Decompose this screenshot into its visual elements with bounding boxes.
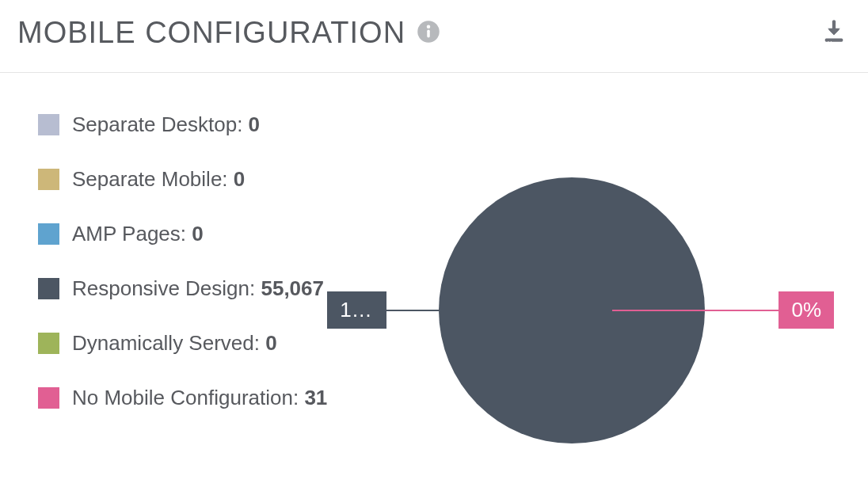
page-title: MOBILE CONFIGURATION [17, 16, 405, 50]
callout-leader [612, 310, 779, 311]
content: Separate Desktop: 0 Separate Mobile: 0 A… [0, 73, 868, 410]
legend: Separate Desktop: 0 Separate Mobile: 0 A… [0, 105, 327, 410]
legend-item-dynamically-served[interactable]: Dynamically Served: 0 [38, 331, 327, 356]
svg-point-2 [427, 25, 431, 29]
legend-label: No Mobile Configuration: 31 [72, 386, 327, 410]
legend-item-responsive-design[interactable]: Responsive Design: 55,067 [38, 276, 327, 301]
svg-point-6 [831, 41, 832, 43]
pie-chart: 10… 0% [327, 105, 868, 410]
legend-item-amp-pages[interactable]: AMP Pages: 0 [38, 222, 327, 246]
swatch-icon [38, 169, 59, 190]
legend-label: Separate Desktop: 0 [72, 112, 260, 137]
legend-item-no-mobile-config[interactable]: No Mobile Configuration: 31 [38, 386, 327, 410]
legend-label: AMP Pages: 0 [72, 222, 204, 246]
svg-rect-1 [427, 29, 430, 37]
download-icon[interactable] [820, 18, 847, 48]
legend-label: Dynamically Served: 0 [72, 331, 277, 356]
legend-label: Separate Mobile: 0 [72, 167, 245, 192]
swatch-icon [38, 387, 59, 409]
swatch-icon [38, 278, 59, 299]
legend-label: Responsive Design: 55,067 [72, 276, 324, 301]
slice-callout-responsive: 10… [327, 291, 439, 329]
svg-marker-3 [828, 28, 840, 35]
callout-leader [386, 310, 439, 311]
title-area: MOBILE CONFIGURATION [17, 16, 440, 50]
svg-point-5 [828, 41, 829, 43]
legend-item-separate-desktop[interactable]: Separate Desktop: 0 [38, 112, 327, 137]
svg-rect-4 [825, 38, 843, 41]
callout-label: 10… [327, 291, 386, 329]
callout-label: 0% [779, 291, 834, 329]
info-icon[interactable] [417, 20, 440, 47]
swatch-icon [38, 223, 59, 245]
header: MOBILE CONFIGURATION [0, 0, 868, 73]
slice-callout-no-mobile: 0% [612, 291, 834, 329]
legend-item-separate-mobile[interactable]: Separate Mobile: 0 [38, 167, 327, 192]
swatch-icon [38, 333, 59, 354]
swatch-icon [38, 114, 59, 135]
